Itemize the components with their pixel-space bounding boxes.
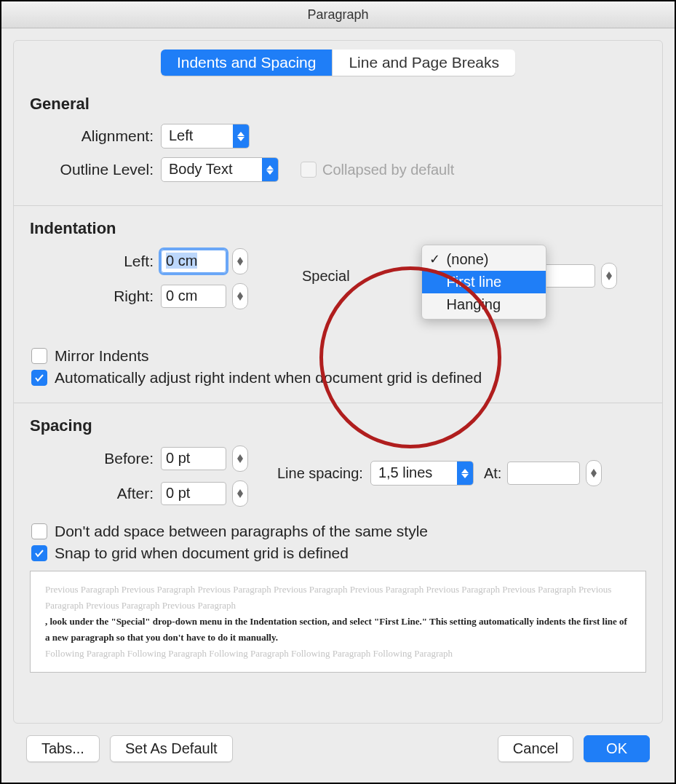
indentation-heading: Indentation (30, 219, 646, 238)
tabs-button[interactable]: Tabs... (26, 735, 100, 762)
preview-box: Previous Paragraph Previous Paragraph Pr… (30, 571, 646, 673)
outline-level-select[interactable]: Body Text (161, 157, 279, 182)
by-stepper[interactable] (601, 263, 617, 289)
tab-line-page-breaks[interactable]: Line and Page Breaks (332, 50, 515, 76)
indent-left-label: Left: (30, 253, 154, 270)
alignment-select[interactable]: Left (161, 124, 250, 149)
special-option-hanging[interactable]: Hanging (422, 293, 546, 316)
at-stepper[interactable] (586, 460, 602, 486)
section-indentation: Indentation Left: 0 cm Right: (30, 216, 646, 388)
tab-indents-spacing[interactable]: Indents and Spacing (161, 50, 332, 76)
svg-marker-17 (591, 473, 597, 478)
dialog-content: Indents and Spacing Line and Page Breaks… (1, 28, 675, 783)
snap-to-grid-label: Snap to grid when document grid is defin… (55, 545, 349, 562)
special-option-none[interactable]: (none) (422, 248, 546, 271)
mirror-indents-label: Mirror Indents (55, 347, 149, 365)
indent-right-label: Right: (30, 288, 154, 305)
svg-marker-2 (266, 165, 274, 170)
dialog-title: Paragraph (1, 1, 675, 28)
collapsed-checkbox (301, 162, 317, 178)
updown-icon (262, 158, 278, 181)
svg-marker-3 (266, 170, 274, 175)
dont-add-space-checkbox[interactable] (31, 523, 47, 539)
spacing-before-label: Before: (30, 450, 154, 467)
special-option-first-line[interactable]: First line (422, 271, 546, 293)
main-panel: Indents and Spacing Line and Page Breaks… (13, 40, 663, 724)
preview-main: , look under the "Special" drop-down men… (45, 614, 631, 646)
indent-left-field[interactable]: 0 cm (161, 250, 226, 273)
separator (14, 205, 662, 206)
dont-add-space-label: Don't add space between paragraphs of th… (55, 523, 428, 540)
preview-prev: Previous Paragraph Previous Paragraph Pr… (45, 582, 631, 614)
auto-adjust-checkbox[interactable] (31, 370, 47, 386)
indent-right-stepper[interactable] (232, 283, 248, 309)
set-default-button[interactable]: Set As Default (110, 735, 233, 762)
section-spacing: Spacing Before: 0 pt After: (30, 413, 646, 673)
spacing-before-stepper[interactable] (232, 446, 248, 472)
auto-adjust-label: Automatically adjust right indent when d… (55, 369, 482, 387)
updown-icon (457, 462, 473, 485)
spacing-after-label: After: (30, 485, 154, 502)
collapsed-label: Collapsed by default (322, 162, 454, 178)
at-label: At: (484, 465, 501, 482)
special-label: Special (302, 268, 350, 285)
spacing-heading: Spacing (30, 416, 646, 435)
svg-marker-1 (237, 137, 244, 141)
snap-to-grid-checkbox[interactable] (31, 545, 47, 561)
separator (14, 403, 662, 403)
line-spacing-label: Line spacing: (277, 465, 363, 482)
tab-switcher: Indents and Spacing Line and Page Breaks (161, 50, 515, 76)
dialog-footer: Tabs... Set As Default Cancel OK (13, 724, 663, 775)
svg-marker-15 (461, 474, 469, 478)
at-field[interactable] (507, 462, 580, 485)
special-dropdown-open[interactable]: (none) First line Hanging (421, 245, 546, 320)
general-heading: General (30, 95, 646, 114)
paragraph-dialog: Paragraph Indents and Spacing Line and P… (0, 0, 676, 784)
svg-marker-9 (606, 276, 612, 280)
indent-left-stepper[interactable] (232, 248, 248, 274)
svg-marker-14 (461, 469, 469, 473)
svg-marker-7 (237, 296, 243, 301)
alignment-value: Left (162, 124, 233, 148)
mirror-indents-checkbox[interactable] (31, 348, 47, 364)
line-spacing-select[interactable]: 1,5 lines (370, 461, 474, 486)
cancel-button[interactable]: Cancel (498, 735, 573, 762)
preview-next: Following Paragraph Following Paragraph … (45, 646, 631, 662)
indent-right-field[interactable]: 0 cm (161, 285, 226, 308)
outline-level-value: Body Text (162, 158, 262, 181)
line-spacing-value: 1,5 lines (371, 462, 457, 485)
spacing-before-field[interactable]: 0 pt (161, 447, 226, 470)
updown-icon (233, 124, 249, 148)
ok-button[interactable]: OK (584, 735, 650, 762)
svg-marker-0 (237, 132, 244, 136)
spacing-after-field[interactable]: 0 pt (161, 482, 226, 505)
svg-marker-11 (237, 459, 243, 463)
svg-marker-5 (237, 261, 243, 266)
alignment-label: Alignment: (30, 127, 154, 145)
svg-marker-13 (237, 494, 243, 498)
outline-level-label: Outline Level: (30, 161, 154, 178)
spacing-after-stepper[interactable] (232, 480, 248, 507)
section-general: General Alignment: Left Outline Level: B (30, 92, 646, 191)
